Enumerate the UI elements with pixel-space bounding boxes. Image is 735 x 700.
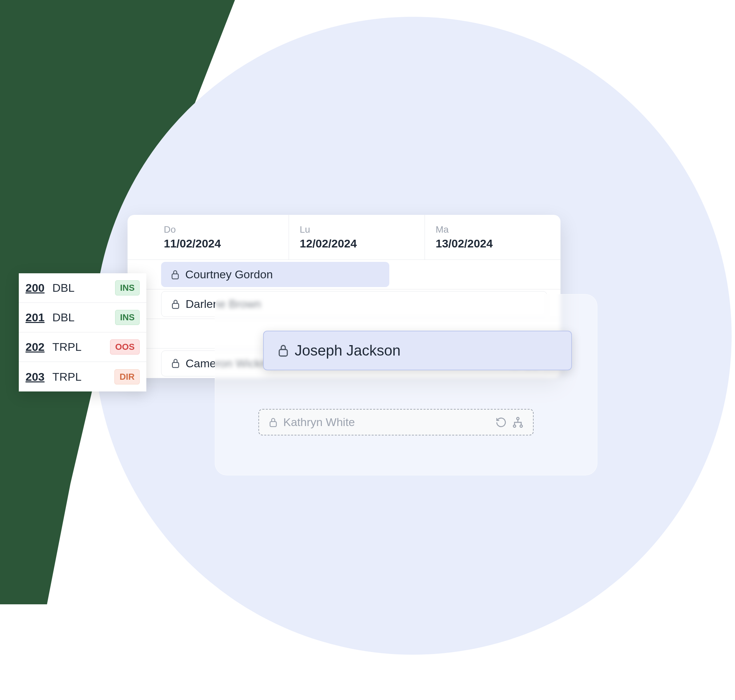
- floating-booking-kathryn-dropzone[interactable]: Kathryn White: [259, 409, 534, 435]
- svg-point-10: [520, 425, 522, 427]
- svg-point-9: [513, 425, 516, 427]
- lock-icon: [171, 299, 180, 310]
- room-number: 200: [25, 281, 52, 294]
- status-badge: INS: [115, 280, 140, 296]
- booking-guest-name: Joseph Jackson: [295, 342, 401, 359]
- room-type: DBL: [52, 281, 115, 294]
- svg-point-8: [516, 417, 519, 420]
- date-column-1[interactable]: Lu 12/02/2024: [289, 215, 425, 260]
- date-value: 12/02/2024: [300, 237, 414, 250]
- booking-actions: [495, 417, 523, 428]
- lock-icon: [269, 417, 278, 428]
- booking-guest-name: Kathryn White: [283, 416, 355, 429]
- booking-chip-courtney[interactable]: Courtney Gordon: [161, 262, 389, 287]
- date-dow: Do: [164, 224, 278, 235]
- date-column-2[interactable]: Ma 13/02/2024: [425, 215, 560, 260]
- room-number: 202: [25, 340, 52, 353]
- date-header-spacer: [128, 215, 153, 260]
- room-row-202[interactable]: 202 TRPL OOS: [19, 332, 146, 362]
- lock-icon: [171, 357, 180, 369]
- svg-rect-6: [279, 350, 287, 356]
- svg-rect-2: [172, 363, 179, 368]
- room-number: 201: [25, 311, 52, 324]
- room-row-201[interactable]: 201 DBL INS: [19, 303, 146, 332]
- status-badge: DIR: [115, 369, 140, 384]
- date-column-0[interactable]: Do 11/02/2024: [153, 215, 289, 260]
- booking-guest-name: Courtney Gordon: [185, 268, 273, 281]
- lock-icon: [277, 343, 289, 358]
- svg-rect-0: [172, 274, 179, 279]
- refresh-icon[interactable]: [495, 417, 507, 428]
- room-type: DBL: [52, 311, 115, 324]
- room-list-panel: 200 DBL INS 201 DBL INS 202 TRPL OOS 203…: [19, 273, 146, 391]
- date-value: 11/02/2024: [164, 237, 278, 250]
- floating-booking-joseph[interactable]: Joseph Jackson: [263, 331, 572, 370]
- date-value: 13/02/2024: [436, 237, 550, 250]
- room-type: TRPL: [52, 370, 115, 384]
- date-dow: Ma: [436, 224, 550, 235]
- date-header-row: Do 11/02/2024 Lu 12/02/2024 Ma 13/02/202…: [128, 215, 560, 260]
- room-row-203[interactable]: 203 TRPL DIR: [19, 362, 146, 391]
- room-row-200[interactable]: 200 DBL INS: [19, 273, 146, 303]
- status-badge: OOS: [110, 340, 140, 354]
- date-dow: Lu: [300, 224, 414, 235]
- glass-overlay-panel: [215, 294, 597, 475]
- hierarchy-icon[interactable]: [512, 417, 523, 428]
- svg-rect-1: [172, 303, 179, 308]
- room-type: TRPL: [52, 340, 110, 353]
- lock-icon: [171, 269, 180, 280]
- svg-rect-7: [270, 421, 276, 426]
- room-number: 203: [25, 370, 52, 384]
- booking-row-200: Courtney Gordon: [128, 260, 560, 290]
- status-badge: INS: [115, 310, 140, 325]
